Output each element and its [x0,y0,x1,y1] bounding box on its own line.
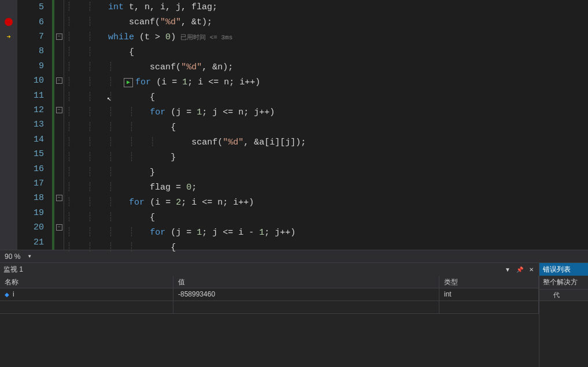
code-line: ┊ ┊ ┊ { [64,210,588,225]
margin-line-16[interactable] [0,161,17,176]
fold-collapse-icon[interactable]: − [56,224,62,231]
margin-line-6[interactable] [0,14,17,29]
close-icon[interactable]: ✕ [527,266,535,273]
watch-panel-title-bar[interactable]: 监视 1 ▼ 📌 ✕ [0,263,539,276]
error-panel-toolbar[interactable]: 整个解决方 [539,276,588,290]
fold-row[interactable] [54,176,64,191]
error-panel-title[interactable]: 错误列表 [539,263,588,276]
line-number: 10 [17,73,44,88]
code-line: ┊ ┊ ┊ ┊ ┊ scanf("%d", &a[i][j]); [64,135,588,150]
bottom-panels: 监视 1 ▼ 📌 ✕ 名称 值 类型 ◆i -858993460 int 错误列… [0,262,588,367]
watch-panel-title: 监视 1 [3,265,23,275]
pin-icon[interactable]: 📌 [515,266,525,273]
line-number: 13 [17,117,44,132]
margin-line-14[interactable] [0,132,17,147]
code-line: ┊ ┊ scanf("%d", &t); [64,15,588,30]
fold-row[interactable] [54,161,64,176]
variable-icon: ◆ [5,291,9,298]
line-number: 5 [17,0,44,14]
fold-row[interactable] [54,88,64,102]
margin-line-21[interactable] [0,235,17,250]
window-position-icon[interactable]: ▼ [503,266,512,273]
margin-line-19[interactable] [0,206,17,220]
watch-row[interactable]: ◆i -858993460 int [0,288,539,301]
watch-col-name-header[interactable]: 名称 [0,276,173,288]
fold-row[interactable] [54,235,64,250]
code-line: ┊ ┊ while (t > 0)已用时间 <= 3ms [64,30,588,45]
line-number: 8 [17,44,44,58]
code-editor[interactable]: ➔ 5 6 7 8 9 10 11 12 13 14 15 16 17 18 1… [0,0,588,250]
margin-line-12[interactable] [0,103,17,117]
fold-row[interactable] [54,132,64,147]
code-line: ┊ ┊ ┊ scanf("%d", &n); [64,60,588,75]
fold-row[interactable] [54,117,64,132]
watch-panel[interactable]: 监视 1 ▼ 📌 ✕ 名称 值 类型 ◆i -858993460 int [0,262,539,367]
error-list-panel[interactable]: 错误列表 整个解决方 代 [539,262,588,367]
margin-line-17[interactable] [0,176,17,191]
line-number: 11 [17,88,44,102]
watch-var-type: int [439,288,539,301]
fold-gutter[interactable]: − − − − − [52,0,64,250]
line-number-gutter: 5 6 7 8 9 10 11 12 13 14 15 16 17 18 19 … [17,0,52,250]
fold-row[interactable]: − [54,191,64,205]
fold-row[interactable]: − [54,29,64,44]
line-number: 16 [17,161,44,176]
error-col-code[interactable]: 代 [553,291,560,299]
chevron-down-icon: ▼ [27,254,32,259]
code-line: ┊ ┊ ┊ { [64,90,588,105]
code-line: ┊ ┊ ┊ ▶for (i = 1; i <= n; i++) [64,75,588,90]
zoom-dropdown[interactable]: 90 % ▼ [5,253,32,261]
fold-row[interactable] [54,44,64,58]
line-number: 14 [17,132,44,147]
margin-line-10[interactable] [0,73,17,88]
perf-tip: 已用时间 <= 3ms [180,30,232,45]
fold-row[interactable]: − [54,103,64,117]
zoom-value: 90 % [5,253,20,261]
fold-collapse-icon[interactable]: − [56,107,62,113]
margin-line-15[interactable] [0,147,17,161]
margin-line-11[interactable] [0,88,17,102]
error-panel-header: 代 [539,290,588,301]
code-line: ┊ ┊ { [64,45,588,60]
line-number: 12 [17,103,44,117]
margin-line-18[interactable] [0,191,17,205]
line-number: 15 [17,147,44,161]
line-number: 18 [17,191,44,205]
margin-line-8[interactable] [0,44,17,58]
margin-line-5[interactable] [0,0,17,14]
fold-row[interactable] [54,0,64,14]
fold-row[interactable] [54,59,64,73]
margin-line-9[interactable] [0,59,17,73]
fold-row[interactable]: − [54,220,64,235]
code-line: ┊ ┊ ┊ ┊ { [64,120,588,135]
code-line: ┊ ┊ ┊ flag = 0; [64,180,588,195]
watch-col-type-header[interactable]: 类型 [439,276,539,288]
line-number: 21 [17,235,44,250]
line-number: 19 [17,206,44,220]
fold-row[interactable] [54,206,64,220]
code-text-area[interactable]: ┊ ┊ int t, n, i, j, flag; ┊ ┊ scanf("%d"… [64,0,588,250]
line-number: 20 [17,220,44,235]
code-line: ┊ ┊ ┊ for (i = 2; i <= n; i++) [64,195,588,210]
line-number: 9 [17,59,44,73]
margin-line-13[interactable] [0,117,17,132]
code-line: ┊ ┊ int t, n, i, j, flag; [64,0,588,15]
fold-collapse-icon[interactable]: − [56,77,62,84]
code-line: ┊ ┊ ┊ ┊ for (j = 1; j <= i - 1; j++) [64,225,588,240]
breakpoint-icon[interactable] [5,18,13,26]
code-line: ┊ ┊ ┊ ┊ } [64,150,588,165]
fold-row[interactable] [54,14,64,29]
margin-line-20[interactable] [0,220,17,235]
fold-collapse-icon[interactable]: − [56,195,62,201]
watch-empty-row[interactable] [0,301,539,314]
glyph-margin[interactable]: ➔ [0,0,17,250]
fold-row[interactable]: − [54,73,64,88]
run-to-click-icon[interactable]: ▶ [124,78,133,87]
watch-col-value-header[interactable]: 值 [173,276,439,288]
watch-columns-header: 名称 值 类型 [0,276,539,288]
code-line: ┊ ┊ ┊ } [64,165,588,180]
margin-line-7[interactable]: ➔ [0,29,17,44]
watch-var-value: -858993460 [173,288,439,301]
fold-collapse-icon[interactable]: − [56,34,62,40]
fold-row[interactable] [54,147,64,161]
